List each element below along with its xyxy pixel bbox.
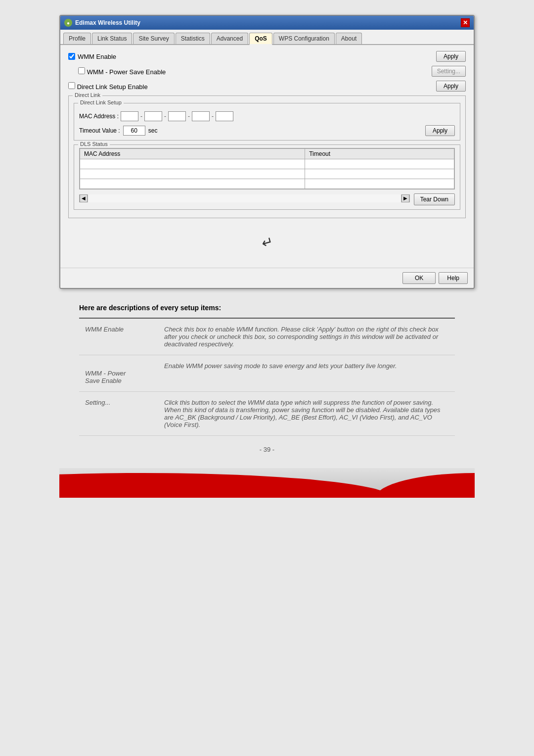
wmm-enable-label[interactable]: WMM Enable xyxy=(68,53,116,60)
table-row xyxy=(80,179,454,189)
mac-sep-2: - xyxy=(164,113,166,120)
table-cell-timeout-2 xyxy=(305,169,454,179)
bottom-decoration xyxy=(59,468,475,498)
tab-advanced[interactable]: Advanced xyxy=(211,33,248,44)
horizontal-scrollbar[interactable]: ◀ ▶ xyxy=(79,194,410,202)
cursor-area: ↵ xyxy=(68,222,466,262)
titlebar-left: ● Edimax Wireless Utility xyxy=(64,19,140,27)
scroll-left-button[interactable]: ◀ xyxy=(80,194,88,202)
direct-link-setup-label[interactable]: Direct Link Setup Enable xyxy=(68,82,148,91)
descriptions-section: Here are descriptions of every setup ite… xyxy=(59,304,475,468)
tab-site-survey[interactable]: Site Survey xyxy=(133,33,174,44)
help-button[interactable]: Help xyxy=(439,272,468,284)
scroll-track[interactable] xyxy=(88,194,401,202)
mac-segment-4[interactable] xyxy=(192,111,210,121)
table-cell-mac-3 xyxy=(80,179,305,189)
dls-table-wrapper: MAC Address Timeout xyxy=(79,148,455,205)
desc-term-setting: Setting... xyxy=(79,392,158,436)
mac-segment-2[interactable] xyxy=(144,111,162,121)
direct-link-group: Direct Link Direct Link Setup MAC Addres… xyxy=(68,95,466,218)
dls-status-group: DLS Status MAC Address Timeout xyxy=(74,144,460,210)
tab-about[interactable]: About xyxy=(336,33,362,44)
apply-direct-button[interactable]: Apply xyxy=(436,81,466,92)
col-timeout: Timeout xyxy=(305,149,454,159)
mac-sep-1: - xyxy=(140,113,142,120)
descriptions-heading: Here are descriptions of every setup ite… xyxy=(79,304,455,312)
mac-segment-5[interactable] xyxy=(216,111,233,121)
mac-sep-3: - xyxy=(188,113,190,120)
desc-row-setting: Setting... Click this button to select t… xyxy=(79,392,455,436)
scroll-right-button[interactable]: ▶ xyxy=(401,194,409,202)
timeout-label: Timeout Value : xyxy=(79,127,120,134)
mac-segment-3[interactable] xyxy=(168,111,186,121)
close-button[interactable]: ✕ xyxy=(461,18,470,27)
wmm-enable-row: WMM Enable Apply xyxy=(68,51,466,62)
app-icon: ● xyxy=(64,19,72,27)
bottom-red-wave-right xyxy=(376,473,475,498)
direct-link-setup-group-label: Direct Link Setup xyxy=(78,99,124,105)
desc-text-wmm-enable: Check this box to enable WMM function. P… xyxy=(158,319,455,355)
dls-status-label: DLS Status xyxy=(78,141,110,147)
tab-statistics[interactable]: Statistics xyxy=(176,33,210,44)
desc-term-wmm-enable: WMM Enable xyxy=(79,319,158,355)
desc-row-wmm-enable: WMM Enable Check this box to enable WMM … xyxy=(79,319,455,355)
timeout-row: Timeout Value : sec Apply xyxy=(79,125,455,136)
mac-segment-1[interactable] xyxy=(121,111,138,121)
wmm-power-save-label[interactable]: WMM - Power Save Enable xyxy=(78,67,166,76)
tab-bar: Profile Link Status Site Survey Statisti… xyxy=(60,30,474,45)
tab-qos[interactable]: QoS xyxy=(249,33,272,45)
table-cell-timeout-1 xyxy=(305,159,454,169)
main-window: ● Edimax Wireless Utility ✕ Profile Link… xyxy=(59,15,475,289)
titlebar: ● Edimax Wireless Utility ✕ xyxy=(60,16,474,30)
direct-link-setup-row: Direct Link Setup Enable Apply xyxy=(68,81,466,92)
direct-link-setup-checkbox[interactable] xyxy=(68,82,75,89)
mac-address-label: MAC Address : xyxy=(79,113,119,120)
apply-timeout-button[interactable]: Apply xyxy=(425,125,455,136)
wmm-power-save-row: WMM - Power Save Enable Setting... xyxy=(78,66,466,77)
table-cell-timeout-3 xyxy=(305,179,454,189)
dls-bottom-row: ◀ ▶ Tear Down xyxy=(79,191,455,205)
desc-term-wmm-power: WMM - Power Save Enable xyxy=(79,355,158,392)
desc-text-setting: Click this button to select the WMM data… xyxy=(158,392,455,436)
window-title: Edimax Wireless Utility xyxy=(75,19,140,26)
table-row xyxy=(80,169,454,179)
direct-link-setup-group: Direct Link Setup MAC Address : - - - - xyxy=(74,103,460,141)
table-cell-mac-2 xyxy=(80,169,305,179)
wmm-power-save-checkbox[interactable] xyxy=(78,67,85,74)
tab-link-status[interactable]: Link Status xyxy=(92,33,132,44)
desc-row-wmm-power: WMM - Power Save Enable Enable WMM power… xyxy=(79,355,455,392)
timeout-input[interactable] xyxy=(123,126,145,136)
timeout-unit: sec xyxy=(148,127,158,134)
window-content: WMM Enable Apply WMM - Power Save Enable… xyxy=(60,45,474,268)
table-cell-mac-1 xyxy=(80,159,305,169)
mac-address-row: MAC Address : - - - - xyxy=(79,111,455,121)
tear-down-button[interactable]: Tear Down xyxy=(414,193,455,205)
direct-link-group-label: Direct Link xyxy=(73,92,102,98)
ok-button[interactable]: OK xyxy=(402,272,436,284)
desc-text-wmm-power: Enable WMM power saving mode to save ene… xyxy=(158,355,455,392)
table-row xyxy=(80,159,454,169)
dls-table-scroll: MAC Address Timeout xyxy=(79,148,455,189)
cursor-icon: ↵ xyxy=(260,233,275,251)
apply-wmm-button[interactable]: Apply xyxy=(436,51,466,62)
page-number: - 39 - xyxy=(79,436,455,458)
wmm-enable-checkbox[interactable] xyxy=(68,53,75,60)
setting-button[interactable]: Setting... xyxy=(432,66,466,77)
col-mac-address: MAC Address xyxy=(80,149,305,159)
tab-wps-configuration[interactable]: WPS Configuration xyxy=(273,33,335,44)
dls-table: MAC Address Timeout xyxy=(80,148,454,189)
tab-profile[interactable]: Profile xyxy=(63,33,91,44)
descriptions-table: WMM Enable Check this box to enable WMM … xyxy=(79,319,455,436)
mac-sep-4: - xyxy=(212,113,214,120)
window-footer: OK Help xyxy=(60,268,474,288)
